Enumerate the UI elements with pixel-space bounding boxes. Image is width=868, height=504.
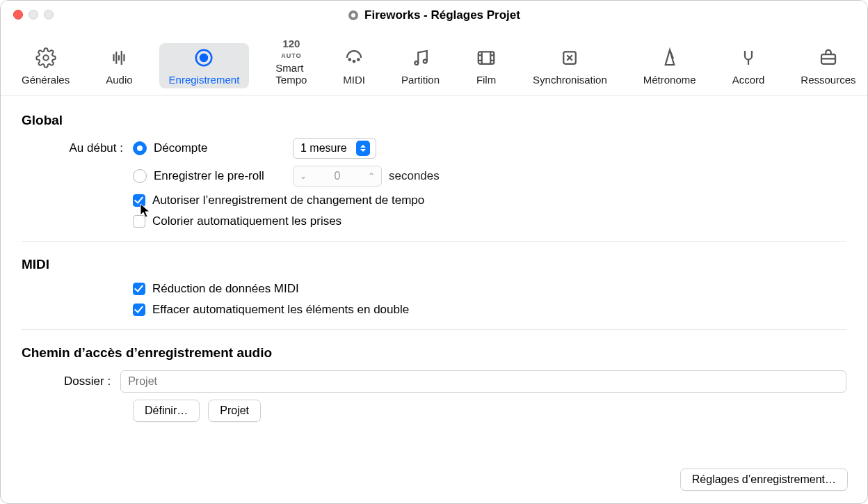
toolbox-icon <box>818 47 839 71</box>
tab-label: Smart Tempo <box>275 62 307 86</box>
svg-point-7 <box>357 58 360 61</box>
radio-count-in[interactable] <box>133 141 147 155</box>
window-title-text: Fireworks - Réglages Projet <box>364 8 520 22</box>
tab-label: MIDI <box>343 74 365 86</box>
sync-icon <box>559 47 580 71</box>
autocolor-label: Colorier automatiquement les prises <box>152 214 341 228</box>
checkbox-autocolor-takes[interactable] <box>133 215 145 228</box>
content-area: Global Au début : Décompte 1 mesure Enre… <box>1 96 867 443</box>
tab-label: Enregistrement <box>169 74 240 86</box>
midi-dedupe-label: Effacer automatiquement les éléments en … <box>152 303 409 317</box>
metronome-icon <box>659 47 680 71</box>
tempo-120-icon: 120AUTO <box>281 38 301 59</box>
svg-point-8 <box>415 61 418 65</box>
tab-film[interactable]: Film <box>466 43 506 88</box>
checkbox-midi-dedupe[interactable] <box>133 304 145 316</box>
chevron-up-icon[interactable]: ⌃ <box>362 171 381 181</box>
tab-label: Accord <box>732 74 765 86</box>
tab-label: Synchronisation <box>533 74 607 86</box>
tab-synchronisation[interactable]: Synchronisation <box>523 43 617 88</box>
tab-smart-tempo[interactable]: 120AUTO Smart Tempo <box>266 34 316 88</box>
music-notes-icon <box>410 47 431 71</box>
folder-label: Dossier : <box>22 375 120 388</box>
section-path-title: Chemin d’accès d’enregistrement audio <box>22 345 846 361</box>
film-icon <box>476 47 497 71</box>
folder-field[interactable] <box>120 370 846 393</box>
tab-label: Générales <box>22 74 70 86</box>
window-controls <box>13 10 54 19</box>
tab-label: Ressources <box>801 74 855 86</box>
minimize-window-button[interactable] <box>29 10 38 19</box>
set-folder-button[interactable]: Définir… <box>133 400 200 422</box>
svg-point-1 <box>351 13 355 17</box>
preroll-stepper[interactable]: ⌄ 0 ⌃ <box>293 166 382 187</box>
divider <box>22 329 846 330</box>
project-folder-button[interactable]: Projet <box>208 400 261 422</box>
record-icon <box>193 47 214 71</box>
tab-label: Film <box>476 74 496 86</box>
svg-point-4 <box>200 54 207 61</box>
tab-ressources[interactable]: Ressources <box>791 43 865 88</box>
preroll-unit: secondes <box>389 169 440 183</box>
preroll-value: 0 <box>313 170 362 182</box>
tab-partition[interactable]: Partition <box>392 43 449 88</box>
section-global-title: Global <box>22 113 846 128</box>
tab-generales[interactable]: Générales <box>12 43 79 88</box>
start-label: Au début : <box>22 141 133 155</box>
tab-label: Métronome <box>643 74 696 86</box>
checkbox-midi-reduce[interactable] <box>133 283 145 295</box>
midi-reduce-label: Réduction de données MIDI <box>152 282 299 296</box>
tab-audio[interactable]: Audio <box>96 43 142 88</box>
count-in-label: Décompte <box>154 141 293 155</box>
app-icon <box>348 10 359 21</box>
tab-label: Audio <box>106 74 132 86</box>
recording-settings-button[interactable]: Réglages d’enregistrement… <box>680 468 848 491</box>
svg-point-6 <box>353 61 355 63</box>
section-midi-title: MIDI <box>22 257 846 272</box>
window-title: Fireworks - Réglages Projet <box>348 8 520 22</box>
preroll-label: Enregistrer le pre-roll <box>154 169 293 183</box>
waveform-icon <box>108 47 129 71</box>
titlebar: Fireworks - Réglages Projet <box>1 1 867 30</box>
count-in-value: 1 mesure <box>300 142 347 155</box>
settings-window: Fireworks - Réglages Projet Générales Au… <box>0 0 868 504</box>
tuning-fork-icon <box>738 47 759 71</box>
tab-midi[interactable]: MIDI <box>333 43 375 88</box>
svg-rect-10 <box>479 52 495 64</box>
tab-accord[interactable]: Accord <box>723 43 775 88</box>
tab-metronome[interactable]: Métronome <box>634 43 706 88</box>
chevron-down-icon[interactable]: ⌄ <box>294 171 313 181</box>
chevron-updown-icon <box>356 141 370 156</box>
count-in-select[interactable]: 1 mesure <box>293 138 376 159</box>
svg-point-9 <box>423 60 426 63</box>
svg-point-2 <box>43 55 49 61</box>
gear-icon <box>35 47 56 71</box>
midi-icon <box>344 47 364 71</box>
checkbox-allow-tempo-change[interactable] <box>133 194 145 207</box>
radio-preroll[interactable] <box>133 169 147 183</box>
svg-point-5 <box>349 58 351 61</box>
allow-tempo-label: Autoriser l’enregistrement de changement… <box>152 194 424 207</box>
tab-label: Partition <box>401 74 440 86</box>
divider <box>22 241 846 242</box>
toolbar: Générales Audio Enregistrement 120AUTO S… <box>1 30 867 96</box>
tab-enregistrement[interactable]: Enregistrement <box>159 43 250 88</box>
zoom-window-button[interactable] <box>44 10 54 19</box>
close-window-button[interactable] <box>13 10 23 19</box>
